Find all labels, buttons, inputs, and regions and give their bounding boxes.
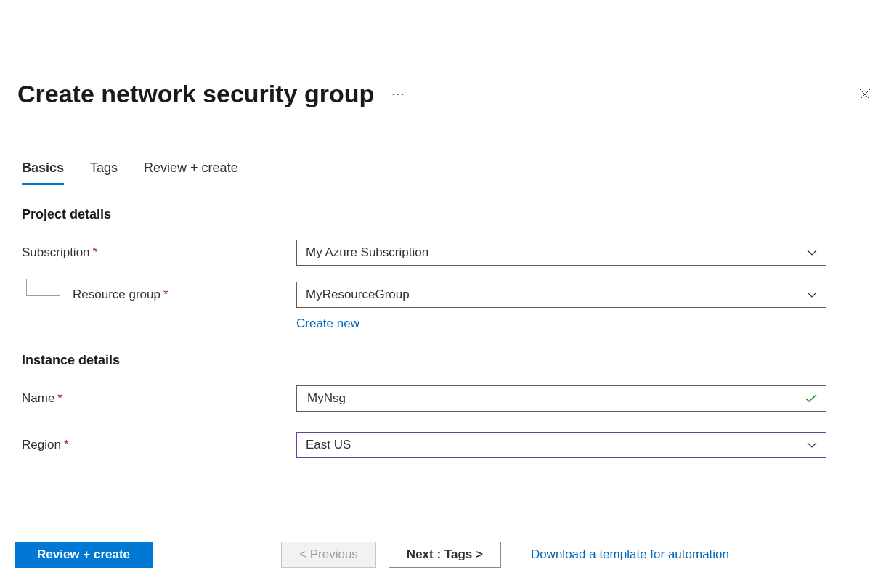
review-create-button[interactable]: Review + create (15, 542, 153, 568)
checkmark-icon (805, 394, 817, 403)
chevron-down-icon (807, 442, 817, 448)
subscription-label: Subscription (22, 245, 90, 260)
name-input-wrapper (296, 385, 826, 412)
region-label: Region (22, 438, 61, 452)
tabs: Basics Tags Review + create (22, 160, 894, 185)
required-indicator: * (93, 245, 98, 260)
subscription-value: My Azure Subscription (306, 245, 428, 260)
tree-connector-icon (26, 279, 60, 296)
page-title: Create network security group (17, 80, 374, 108)
more-icon[interactable]: ··· (391, 88, 405, 101)
region-value: East US (306, 438, 351, 452)
resource-group-label: Resource group (73, 287, 160, 302)
section-instance-details: Instance details (22, 353, 894, 368)
required-indicator: * (64, 438, 69, 452)
subscription-select[interactable]: My Azure Subscription (296, 240, 826, 266)
name-input[interactable] (306, 391, 817, 407)
create-new-link[interactable]: Create new (296, 317, 359, 330)
tab-tags[interactable]: Tags (90, 160, 118, 185)
resource-group-value: MyResourceGroup (306, 287, 410, 302)
name-label: Name (22, 391, 54, 406)
region-select[interactable]: East US (296, 432, 826, 458)
download-template-link[interactable]: Download a template for automation (531, 547, 729, 562)
required-indicator: * (57, 391, 62, 406)
previous-button: < Previous (281, 542, 376, 568)
chevron-down-icon (807, 250, 817, 256)
required-indicator: * (163, 287, 168, 302)
close-icon[interactable] (853, 83, 877, 106)
next-button[interactable]: Next : Tags > (389, 542, 501, 568)
resource-group-select[interactable]: MyResourceGroup (296, 282, 826, 308)
chevron-down-icon (807, 292, 817, 298)
tab-basics[interactable]: Basics (22, 160, 64, 185)
tab-review-create[interactable]: Review + create (144, 160, 238, 185)
footer: Review + create < Previous Next : Tags >… (0, 520, 894, 588)
section-project-details: Project details (22, 207, 894, 222)
